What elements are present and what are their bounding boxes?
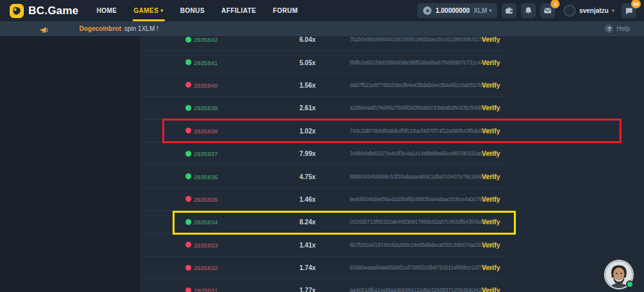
announcement-bar: Dogecoinbrot spin 1XLM ! ? Help <box>0 21 644 36</box>
verify-link[interactable]: Verify <box>482 59 500 66</box>
mail-icon <box>544 6 552 15</box>
bet-id: 2935834 <box>194 219 218 226</box>
messages-button[interactable]: 2 <box>540 3 555 18</box>
multiplier: 1.77x <box>299 287 316 292</box>
balance-pill[interactable]: ✶ 1.00000000 XLM ▾ <box>417 3 497 18</box>
chat-button[interactable]: 99 <box>621 3 636 18</box>
bet-id: 2935832 <box>194 264 218 271</box>
multiplier: 8.24x <box>299 219 316 226</box>
bc-game-app: BC.Game HOMEGAMES▾BONUSAFFILIATEFORUM ✶ … <box>0 0 644 292</box>
question-icon: ? <box>605 24 613 33</box>
wallet-button[interactable] <box>502 3 516 18</box>
multiplier: 1.41x <box>299 241 316 248</box>
verify-link[interactable]: Verify <box>482 36 500 43</box>
table-row: 29358392.61xa1bb0eaaf17ed4527669f2a0bba8… <box>140 97 507 119</box>
result-dot <box>185 265 191 271</box>
bet-id: 2935835 <box>194 195 218 202</box>
verify-link[interactable]: Verify <box>482 195 500 203</box>
result-dot <box>185 82 191 88</box>
announcement-highlight[interactable]: Dogecoinbrot <box>79 25 121 32</box>
currency-selector[interactable]: XLM ▾ <box>473 7 491 14</box>
result-dot <box>185 37 191 43</box>
chevron-down-icon: ▾ <box>160 8 163 14</box>
result-dot <box>185 287 191 292</box>
bet-hash: 6b7f282a419740cfda280e19c65d9deca032c39b… <box>350 242 497 248</box>
table-row: 29358426.04x7b2b0e950095f4410633060296b0… <box>140 36 507 51</box>
bc-game-logo-icon[interactable] <box>10 4 24 18</box>
multiplier: 1.74x <box>299 264 316 271</box>
chevron-down-icon: ▾ <box>489 8 491 14</box>
result-dot <box>185 173 191 179</box>
table-row: 29358364.75x8988392450666c53f30afaaaea69… <box>140 165 507 188</box>
nav-item-label: HOME <box>97 7 117 14</box>
bet-id: 2935836 <box>194 173 218 180</box>
brand-title[interactable]: BC.Game <box>28 5 79 17</box>
bet-hash: 9e4d6546d4e58a42d3b4f924883baa4daac019ce… <box>350 196 498 202</box>
megaphone-icon <box>40 24 49 36</box>
result-dot <box>185 242 191 248</box>
main-nav: HOMEGAMES▾BONUSAFFILIATEFORUM <box>97 0 298 21</box>
username: svenjatzu <box>579 7 609 14</box>
table-row: 29358415.05x6bffc2a59159d2060d0abc85f526… <box>140 51 507 73</box>
verify-link[interactable]: Verify <box>482 286 500 292</box>
result-dot <box>185 196 191 202</box>
balance-amount: 1.00000000 <box>435 7 469 14</box>
nav-item-home[interactable]: HOME <box>97 0 117 21</box>
help-button[interactable]: ? Help <box>605 21 630 36</box>
table-row: 29358311.77xaa4e51dfba1eef6ad4bb98412cd9… <box>140 279 507 292</box>
multiplier: 4.75x <box>299 173 316 180</box>
nav-item-label: GAMES <box>134 7 159 14</box>
nav-right: ✶ 1.00000000 XLM ▾ <box>417 3 636 18</box>
table-row: 29358351.46x9e4d6546d4e58a42d3b4f924883b… <box>140 188 507 211</box>
verify-link[interactable]: Verify <box>482 241 500 249</box>
verify-link[interactable]: Verify <box>482 173 500 180</box>
chat-badge: 99 <box>631 0 641 8</box>
verify-link[interactable]: Verify <box>482 264 500 271</box>
bet-hash: 348bb9db61527e4c9f3e4a1414d9b8ba66ce8970… <box>350 150 498 157</box>
verify-link[interactable]: Verify <box>482 218 500 226</box>
multiplier: 1.02x <box>299 127 316 134</box>
xlm-coin-icon: ✶ <box>423 6 431 15</box>
bet-hash: ddd7f521e87769103ecf94ea35da50ee354efd1c… <box>350 82 496 88</box>
verify-link[interactable]: Verify <box>482 127 500 135</box>
bet-hash: 8988392450666c53f30afaaaea69c1d6a7c0407e… <box>350 173 497 180</box>
nav-item-affiliate[interactable]: AFFILIATE <box>222 0 256 21</box>
result-dot <box>185 59 191 65</box>
nav-item-bonus[interactable]: BONUS <box>180 0 205 21</box>
table-row: 29358401.56xddd7f521e87769103ecf94ea35da… <box>140 74 507 97</box>
bet-hash: a1bb0eaaf17ed4527669f2a0bba8cc53abab26c6… <box>350 104 497 111</box>
nav-item-forum[interactable]: FORUM <box>273 0 298 21</box>
notifications-button[interactable] <box>521 3 536 18</box>
table-row: 29358348.24xc0242b713f55322ab4853e917866… <box>140 211 507 233</box>
verify-link[interactable]: Verify <box>482 104 500 112</box>
messages-badge: 2 <box>551 0 560 8</box>
user-menu[interactable]: svenjatzu ▾ <box>564 5 614 17</box>
bet-hash: 743c2d874b6d8a8dcdf9fc19acf4d70f74f12a38… <box>350 128 494 134</box>
bet-id: 2935831 <box>194 287 218 292</box>
main-area: 29358426.04x7b2b0e950095f4410633060296b0… <box>0 36 644 292</box>
top-navbar: BC.Game HOMEGAMES▾BONUSAFFILIATEFORUM ✶ … <box>0 0 644 21</box>
table-row: 29358381.02x743c2d874b6d8a8dcdf9fc19acf4… <box>140 120 507 142</box>
multiplier: 1.46x <box>299 195 316 202</box>
nav-item-games[interactable]: GAMES▾ <box>134 0 164 21</box>
profile-avatar[interactable] <box>604 260 634 289</box>
nav-item-label: FORUM <box>273 7 298 14</box>
nav-left: BC.Game HOMEGAMES▾BONUSAFFILIATEFORUM <box>10 0 298 21</box>
chat-icon <box>625 6 633 15</box>
result-dot <box>185 105 191 111</box>
bet-hash: 93d60eaae04a9d558f1cd7286f2c0b6751b11af6… <box>350 264 493 271</box>
bets-table: 29358426.04x7b2b0e950095f4410633060296b0… <box>140 36 507 292</box>
multiplier: 7.99x <box>299 150 316 157</box>
bet-hash: c0242b713f55322ab4853e917866c52a57c963df… <box>350 219 495 225</box>
multiplier: 2.61x <box>299 104 316 112</box>
online-status-dot <box>626 280 634 288</box>
bet-id: 2935842 <box>194 36 218 43</box>
verify-link[interactable]: Verify <box>482 81 500 89</box>
table-row: 29358321.74x93d60eaae04a9d558f1cd7286f2c… <box>140 257 507 279</box>
bet-id: 2935841 <box>194 59 218 66</box>
bell-icon <box>524 6 533 15</box>
help-label: Help <box>616 25 630 32</box>
verify-link[interactable]: Verify <box>482 150 500 157</box>
bet-hash: aa4e51dfba1eef6ad4bb98412cd9e32b6567c200… <box>350 287 496 292</box>
user-avatar <box>564 5 576 17</box>
